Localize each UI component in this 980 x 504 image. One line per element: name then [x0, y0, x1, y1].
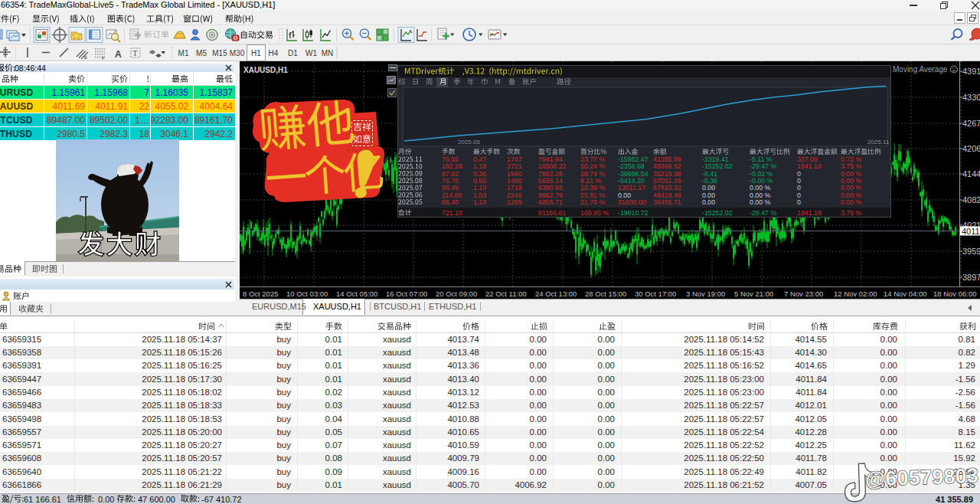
- svg-text:@60579803: @60579803: [865, 464, 979, 491]
